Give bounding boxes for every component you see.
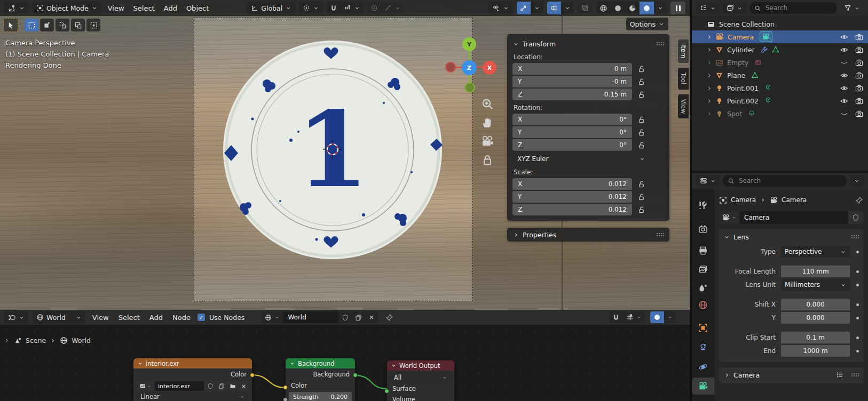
rotation-y-field[interactable]: Y 0° <box>512 126 632 138</box>
outliner-row-scene-collection[interactable]: Scene Collection <box>692 18 868 30</box>
outliner-row-point-002[interactable]: Point.002 <box>692 94 868 107</box>
node-background[interactable]: Background Background Color Strength 0.2… <box>286 358 355 401</box>
clip-start-field[interactable]: 0.1 m <box>781 332 850 343</box>
shift-x-field[interactable]: 0.000 <box>781 299 850 310</box>
chevron-right-icon[interactable] <box>3 337 10 344</box>
pause-render-button[interactable] <box>670 2 685 14</box>
select-extend-button[interactable] <box>40 19 54 31</box>
gizmo-dropdown[interactable] <box>531 2 543 14</box>
camera-view-button[interactable] <box>481 135 494 148</box>
node-canvas[interactable]: Scene World interior.exr Color <box>0 325 690 401</box>
expand-chevron-icon[interactable] <box>706 85 713 92</box>
pin-icon[interactable] <box>385 314 393 322</box>
animate-dot[interactable] <box>856 270 859 273</box>
world-fake-user-button[interactable] <box>338 311 352 323</box>
editor-type-button[interactable] <box>4 2 29 14</box>
tab-render[interactable] <box>698 224 708 234</box>
mesh-data-icon[interactable] <box>751 71 759 79</box>
disable-in-render-toggle[interactable] <box>855 110 863 118</box>
lock-open-icon[interactable] <box>637 180 645 188</box>
outliner-row-cylinder[interactable]: Cylinder <box>692 43 868 56</box>
world-unlink-button[interactable] <box>365 311 378 323</box>
breadcrumb-scene[interactable]: Scene <box>26 336 46 344</box>
image-fake-user-button[interactable] <box>205 381 215 391</box>
hide-in-viewport-toggle[interactable] <box>840 46 848 54</box>
expand-chevron-icon[interactable] <box>706 46 713 53</box>
image-browse-button[interactable] <box>137 381 154 391</box>
outliner-editor-type-button[interactable] <box>696 2 720 14</box>
location-z-field[interactable]: Z 0.15 m <box>512 89 632 100</box>
lens-type-dropdown[interactable]: Perspective <box>781 246 850 258</box>
node-world-output[interactable]: World Output All Surface Volume <box>387 360 454 401</box>
select-intersect-button[interactable] <box>86 19 100 31</box>
disable-in-render-toggle[interactable] <box>855 97 863 105</box>
preset-list-icon[interactable] <box>836 371 843 379</box>
show-gizmo-toggle[interactable] <box>517 2 531 14</box>
pin-icon[interactable] <box>855 196 863 204</box>
node-snap-toggle[interactable] <box>609 311 623 323</box>
tab-view[interactable]: View <box>678 94 689 118</box>
menu-view[interactable]: View <box>90 314 112 322</box>
lock-open-icon[interactable] <box>637 193 645 201</box>
overlays-dropdown[interactable] <box>561 2 574 14</box>
gizmo-neg-y-ball[interactable] <box>464 82 475 93</box>
transform-orientation-dropdown[interactable]: Global <box>247 2 295 14</box>
shading-rendered-button[interactable] <box>640 2 654 14</box>
outliner-search-input[interactable] <box>764 4 832 12</box>
animate-dot[interactable] <box>856 284 859 286</box>
disable-in-render-toggle[interactable] <box>855 33 863 41</box>
mesh-data-icon[interactable] <box>772 46 779 53</box>
select-subtract-button[interactable] <box>56 19 69 31</box>
zoom-button[interactable] <box>481 98 494 110</box>
image-copy-button[interactable] <box>216 381 226 391</box>
world-browse-button[interactable] <box>262 311 283 323</box>
node-snap-dropdown[interactable] <box>623 311 645 323</box>
snap-settings-dropdown[interactable] <box>341 2 364 14</box>
strength-input-socket[interactable] <box>283 397 288 401</box>
pivot-point-dropdown[interactable] <box>299 2 323 14</box>
interpolation-dropdown[interactable]: Linear <box>137 392 249 401</box>
pan-hand-button[interactable] <box>481 116 494 129</box>
shift-y-field[interactable]: 0.000 <box>781 312 850 324</box>
properties-collapsed-panel[interactable]: Properties <box>507 228 669 242</box>
node-editor-type-button[interactable] <box>4 311 28 324</box>
properties-editor-type-button[interactable] <box>696 175 720 187</box>
outliner-filter-button[interactable] <box>840 2 864 14</box>
animate-dot[interactable] <box>856 303 859 306</box>
lock-open-icon[interactable] <box>637 129 645 137</box>
hide-in-viewport-toggle[interactable] <box>840 97 848 105</box>
location-y-field[interactable]: Y -0 m <box>512 76 632 87</box>
outliner-row-point-001[interactable]: Point.001 <box>692 82 868 94</box>
use-nodes-checkbox[interactable]: ✓ <box>198 314 205 321</box>
tab-world[interactable] <box>698 300 708 310</box>
animate-dot[interactable] <box>856 336 859 339</box>
tab-output[interactable] <box>698 246 708 255</box>
viewport-3d[interactable]: 1 <box>0 0 690 310</box>
hide-in-viewport-toggle[interactable] <box>840 71 848 79</box>
strength-field[interactable]: Strength 0.200 <box>289 392 352 401</box>
shading-material-button[interactable] <box>625 2 640 14</box>
node-overlays-dropdown[interactable] <box>664 311 676 323</box>
tab-item[interactable]: Item <box>678 39 689 63</box>
expand-chevron-icon[interactable] <box>706 110 713 117</box>
outliner-row-empty[interactable]: Empty <box>692 56 868 69</box>
collapse-chevron-icon[interactable] <box>512 41 519 47</box>
node-overlays-toggle[interactable] <box>650 311 664 323</box>
lock-open-icon[interactable] <box>637 65 645 73</box>
tab-physics[interactable] <box>698 362 708 372</box>
snap-toggle[interactable] <box>327 2 341 14</box>
datablock-name-field[interactable]: Camera <box>739 211 848 224</box>
tweak-tool-button[interactable] <box>3 18 18 32</box>
outliner-row-plane[interactable]: Plane <box>692 69 868 82</box>
panel-grip[interactable] <box>851 373 859 377</box>
tab-object[interactable] <box>698 323 708 333</box>
lock-open-icon[interactable] <box>637 116 645 124</box>
expand-chevron-icon[interactable] <box>706 72 713 79</box>
panel-grip[interactable] <box>656 42 664 46</box>
tab-tool[interactable] <box>698 200 708 210</box>
tab-view-layer[interactable] <box>698 264 708 274</box>
hide-in-viewport-toggle[interactable] <box>840 59 848 67</box>
lock-open-icon[interactable] <box>637 78 645 86</box>
world-output-node-header[interactable]: World Output <box>387 360 454 371</box>
focal-length-field[interactable]: 110 mm <box>781 266 850 277</box>
